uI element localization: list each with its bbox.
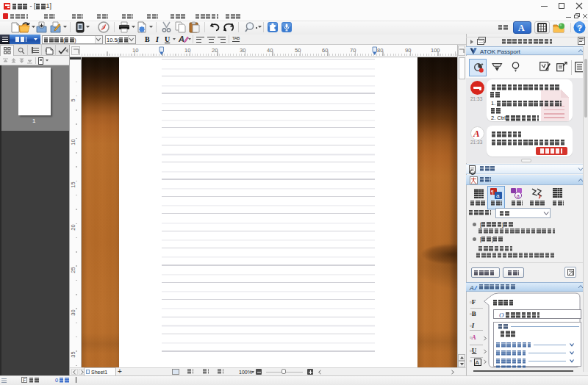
svg-text:?: ? [577, 24, 582, 32]
svg-text:¶: ¶ [491, 190, 494, 195]
svg-text:A: A [469, 284, 474, 292]
svg-text:a: a [517, 192, 520, 199]
svg-text:a: a [496, 192, 500, 199]
svg-text:A: A [178, 35, 184, 43]
